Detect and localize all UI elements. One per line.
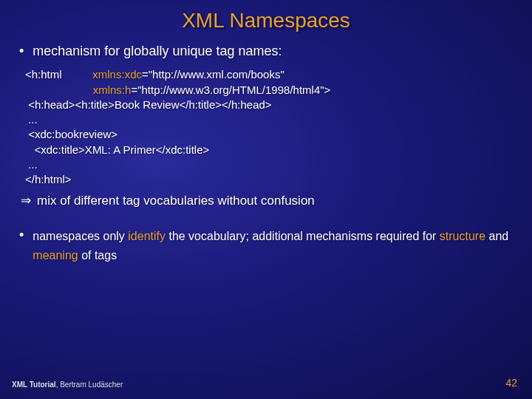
arrow-icon: ⇒	[21, 193, 31, 209]
footer: XML Tutorial, Bertram Ludäscher	[12, 381, 123, 389]
code-example: <h:html xmlns:xdc="http://www.xml.com/bo…	[19, 64, 513, 190]
b2-post: of tags	[78, 249, 117, 262]
code-l8: </h:html>	[25, 173, 72, 185]
bullet-1: • mechanism for globally unique tag name…	[19, 43, 513, 60]
code-l7: ...	[25, 158, 38, 171]
code-l5: <xdc:bookreview>	[25, 128, 117, 140]
footer-rest: , Bertram Ludäscher	[56, 381, 123, 389]
slide-title: XML Namespaces	[0, 0, 532, 33]
b2-hl3: meaning	[33, 249, 78, 262]
arrow-text: mix of different tag vocabularies withou…	[37, 193, 315, 209]
code-l2a-hl: xmlns:h	[93, 83, 132, 96]
bullet-2-text: namespaces only identify the vocabulary;…	[33, 227, 513, 265]
bullet-2: • namespaces only identify the vocabular…	[19, 227, 513, 265]
code-l6: <xdc:title>XML: A Primer</xdc:title>	[25, 143, 209, 156]
page-number: 42	[505, 377, 517, 389]
code-l2b: ="http://www.w3.org/HTML/1998/html4">	[131, 83, 330, 96]
arrow-row: ⇒ mix of different tag vocabularies with…	[19, 193, 513, 209]
slide-content: • mechanism for globally unique tag name…	[0, 33, 532, 265]
bullet-dot: •	[19, 227, 24, 244]
b2-hl2: structure	[440, 230, 485, 242]
b2-mid1: the vocabulary; additional mechanisms re…	[166, 230, 440, 242]
b2-hl1: identify	[128, 230, 166, 242]
code-l1c: ="http://www.xml.com/books"	[142, 68, 284, 81]
b2-pre: namespaces only	[33, 230, 128, 242]
code-l1b-hl: xmlns:xdc	[92, 68, 142, 81]
bullet-1-text: mechanism for globally unique tag names:	[33, 43, 282, 60]
code-l1a: <h:html	[25, 68, 62, 81]
bullet-dot: •	[19, 43, 24, 60]
b2-mid2: and	[485, 230, 508, 242]
code-l3: <h:head><h:title>Book Review</h:title></…	[25, 98, 272, 111]
code-l4: ...	[25, 113, 38, 126]
footer-bold: XML Tutorial	[12, 381, 56, 389]
